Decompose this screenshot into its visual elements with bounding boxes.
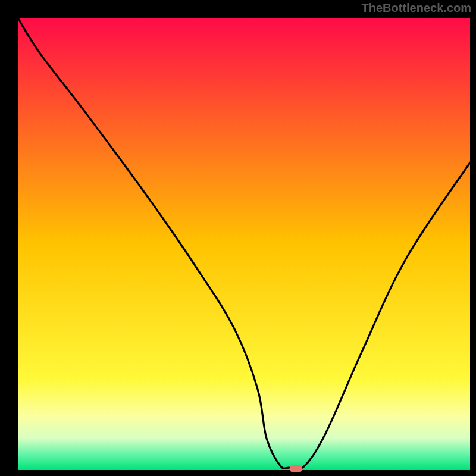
plot-background [18,18,470,470]
optimal-marker [289,465,302,472]
chart-frame: { "watermark": "TheBottleneck.com", "cha… [0,0,476,476]
watermark-text: TheBottleneck.com [362,1,471,15]
bottleneck-chart [0,0,476,476]
